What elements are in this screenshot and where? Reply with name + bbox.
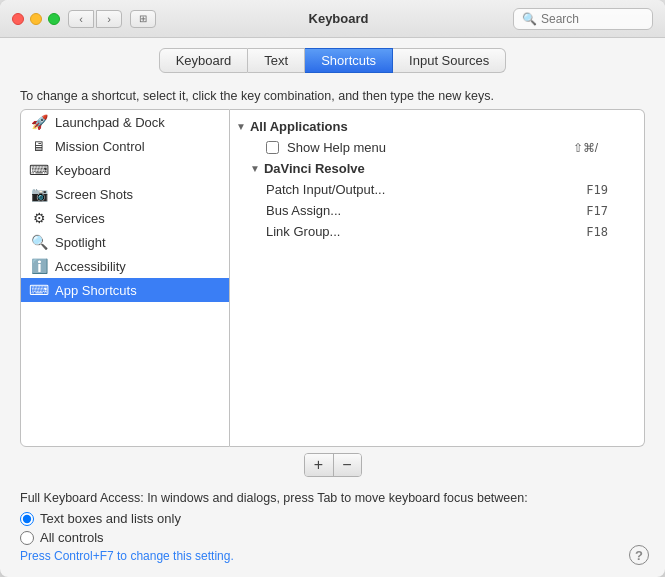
tree-group-all-applications[interactable]: ▼ All Applications bbox=[230, 116, 644, 137]
tree-item-link-group[interactable]: Link Group... F18 bbox=[230, 221, 644, 242]
chevron-down-icon: ▼ bbox=[250, 163, 260, 174]
spotlight-icon: 🔍 bbox=[31, 234, 47, 250]
sidebar-item-launchpad[interactable]: 🚀 Launchpad & Dock bbox=[21, 110, 229, 134]
window-title: Keyboard bbox=[164, 11, 513, 26]
sidebar-item-keyboard[interactable]: ⌨ Keyboard bbox=[21, 158, 229, 182]
show-help-menu-label: Show Help menu bbox=[287, 140, 386, 155]
radio-text-boxes-input[interactable] bbox=[20, 512, 34, 526]
show-help-menu-checkbox[interactable] bbox=[266, 141, 279, 154]
sidebar-item-label: Mission Control bbox=[55, 139, 145, 154]
add-remove-buttons: + − bbox=[304, 453, 362, 477]
close-button[interactable] bbox=[12, 13, 24, 25]
show-help-menu-shortcut: ⇧⌘/ bbox=[573, 141, 608, 155]
tree-item-show-help-menu[interactable]: Show Help menu ⇧⌘/ bbox=[230, 137, 644, 158]
mission-control-icon: 🖥 bbox=[31, 138, 47, 154]
help-button[interactable]: ? bbox=[629, 545, 649, 565]
services-icon: ⚙ bbox=[31, 210, 47, 226]
sidebar-item-label: Accessibility bbox=[55, 259, 126, 274]
search-input[interactable] bbox=[541, 12, 644, 26]
screenshots-icon: 📷 bbox=[31, 186, 47, 202]
footer-note: Press Control+F7 to change this setting. bbox=[20, 549, 645, 563]
instructions-text: To change a shortcut, select it, click t… bbox=[0, 81, 665, 109]
sidebar-item-label: Launchpad & Dock bbox=[55, 115, 165, 130]
keyboard-preferences-window: ‹ › ⊞ Keyboard 🔍 Keyboard Text Shortcuts… bbox=[0, 0, 665, 577]
titlebar: ‹ › ⊞ Keyboard 🔍 bbox=[0, 0, 665, 38]
sidebar-item-app-shortcuts[interactable]: ⌨ App Shortcuts bbox=[21, 278, 229, 302]
tab-shortcuts[interactable]: Shortcuts bbox=[305, 48, 393, 73]
tab-text[interactable]: Text bbox=[248, 48, 305, 73]
remove-shortcut-button[interactable]: − bbox=[333, 454, 361, 476]
chevron-down-icon: ▼ bbox=[236, 121, 246, 132]
sidebar-item-services[interactable]: ⚙ Services bbox=[21, 206, 229, 230]
sidebar-item-accessibility[interactable]: ℹ️ Accessibility bbox=[21, 254, 229, 278]
traffic-lights bbox=[12, 13, 60, 25]
full-keyboard-access-title: Full Keyboard Access: In windows and dia… bbox=[20, 491, 645, 505]
main-content: 🚀 Launchpad & Dock 🖥 Mission Control ⌨ K… bbox=[0, 109, 665, 447]
radio-text-boxes-label: Text boxes and lists only bbox=[40, 511, 181, 526]
footer-section: Full Keyboard Access: In windows and dia… bbox=[0, 483, 665, 577]
nav-buttons: ‹ › bbox=[68, 10, 122, 28]
accessibility-icon: ℹ️ bbox=[31, 258, 47, 274]
tree-item-bus-assign[interactable]: Bus Assign... F17 bbox=[230, 200, 644, 221]
radio-all-controls-input[interactable] bbox=[20, 531, 34, 545]
app-shortcuts-icon: ⌨ bbox=[31, 282, 47, 298]
sidebar-item-label: App Shortcuts bbox=[55, 283, 137, 298]
sidebar-item-screenshots[interactable]: 📷 Screen Shots bbox=[21, 182, 229, 206]
forward-button[interactable]: › bbox=[96, 10, 122, 28]
sidebar-item-spotlight[interactable]: 🔍 Spotlight bbox=[21, 230, 229, 254]
minimize-button[interactable] bbox=[30, 13, 42, 25]
radio-all-controls[interactable]: All controls bbox=[20, 530, 645, 545]
tree-subgroup-davinci[interactable]: ▼ DaVinci Resolve bbox=[230, 158, 644, 179]
search-box[interactable]: 🔍 bbox=[513, 8, 653, 30]
tab-keyboard[interactable]: Keyboard bbox=[159, 48, 249, 73]
sidebar-item-label: Screen Shots bbox=[55, 187, 133, 202]
radio-all-controls-label: All controls bbox=[40, 530, 104, 545]
shortcuts-tree-panel: ▼ All Applications Show Help menu ⇧⌘/ ▼ … bbox=[230, 109, 645, 447]
grid-button[interactable]: ⊞ bbox=[130, 10, 156, 28]
tabs-bar: Keyboard Text Shortcuts Input Sources bbox=[0, 38, 665, 81]
maximize-button[interactable] bbox=[48, 13, 60, 25]
tab-input-sources[interactable]: Input Sources bbox=[393, 48, 506, 73]
sidebar-item-mission-control[interactable]: 🖥 Mission Control bbox=[21, 134, 229, 158]
sidebar-item-label: Keyboard bbox=[55, 163, 111, 178]
tree-item-patch-input-output[interactable]: Patch Input/Output... F19 bbox=[230, 179, 644, 200]
back-button[interactable]: ‹ bbox=[68, 10, 94, 28]
radio-text-boxes[interactable]: Text boxes and lists only bbox=[20, 511, 645, 526]
keyboard-icon: ⌨ bbox=[31, 162, 47, 178]
launchpad-icon: 🚀 bbox=[31, 114, 47, 130]
sidebar: 🚀 Launchpad & Dock 🖥 Mission Control ⌨ K… bbox=[20, 109, 230, 447]
search-icon: 🔍 bbox=[522, 12, 537, 26]
controls-bar: + − bbox=[0, 447, 665, 483]
add-shortcut-button[interactable]: + bbox=[305, 454, 333, 476]
sidebar-item-label: Services bbox=[55, 211, 105, 226]
sidebar-item-label: Spotlight bbox=[55, 235, 106, 250]
